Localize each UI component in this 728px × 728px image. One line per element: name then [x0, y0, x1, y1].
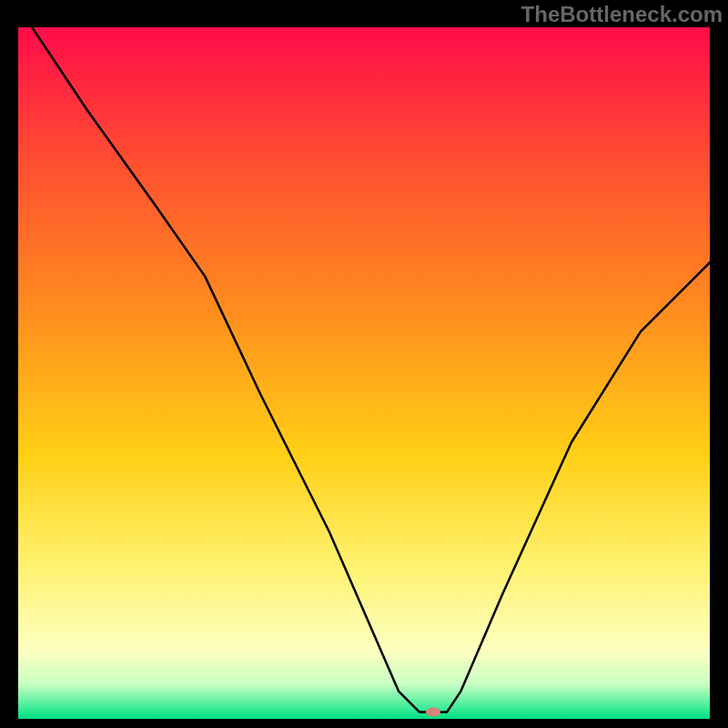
watermark-text: TheBottleneck.com — [521, 2, 723, 27]
chart-plot-area — [18, 27, 710, 719]
minimum-marker — [426, 707, 440, 716]
chart-svg — [18, 27, 710, 719]
chart-background — [18, 27, 710, 719]
